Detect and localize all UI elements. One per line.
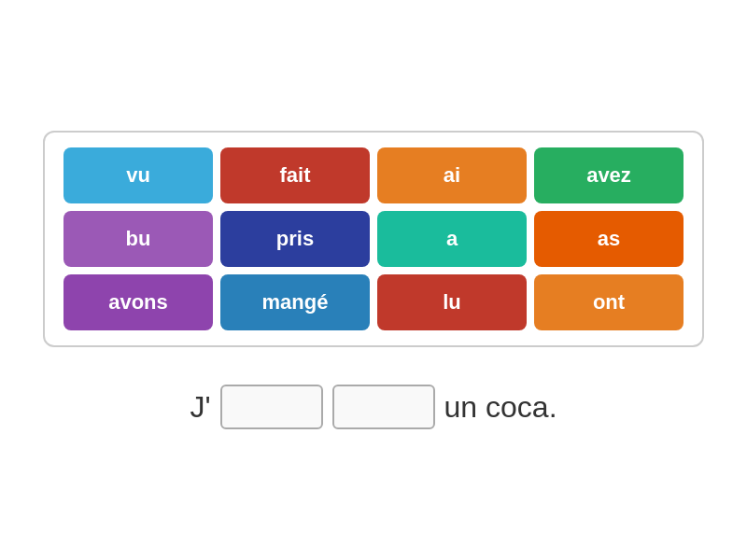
word-tile-as[interactable]: as	[534, 211, 684, 267]
word-tile-mange[interactable]: mangé	[220, 274, 370, 330]
sentence-prefix: J'	[190, 390, 210, 425]
word-tile-avons[interactable]: avons	[63, 274, 213, 330]
word-bank: vufaitaiavezbuprisaasavonsmangéluont	[43, 131, 704, 347]
drop-box-2[interactable]	[332, 385, 435, 429]
word-tile-pris[interactable]: pris	[220, 211, 370, 267]
word-tile-vu[interactable]: vu	[63, 147, 213, 203]
sentence-area: J' un coca.	[190, 385, 557, 429]
word-tile-fait[interactable]: fait	[220, 147, 370, 203]
drop-box-1[interactable]	[220, 385, 323, 429]
word-tile-avez[interactable]: avez	[534, 147, 684, 203]
word-tile-lu[interactable]: lu	[377, 274, 527, 330]
word-tile-a[interactable]: a	[377, 211, 527, 267]
word-tile-ont[interactable]: ont	[534, 274, 684, 330]
word-tile-ai[interactable]: ai	[377, 147, 527, 203]
word-tile-bu[interactable]: bu	[63, 211, 213, 267]
sentence-suffix: un coca.	[444, 390, 557, 425]
